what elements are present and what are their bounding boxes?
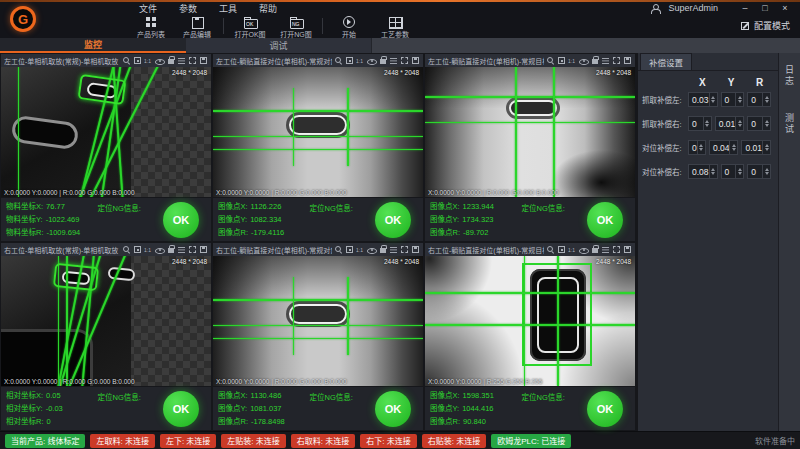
spinner-arrows-icon[interactable] (729, 141, 737, 154)
grab-right-x-spinner[interactable]: 0 (688, 116, 712, 131)
menu-file[interactable]: 文件 (128, 2, 168, 15)
align-left-y-spinner[interactable]: 0.04 (709, 140, 739, 155)
spinner-arrows-icon[interactable] (703, 117, 711, 130)
camera-image[interactable]: 2448 * 2048 X:0.0000 Y:0.0000 | R:0.000 … (425, 67, 635, 197)
tab-debug[interactable]: 调试 (186, 38, 372, 53)
eye-icon[interactable] (367, 245, 376, 254)
list-icon[interactable] (177, 56, 186, 65)
lock-icon[interactable] (166, 56, 175, 65)
actual-size-icon[interactable] (568, 245, 577, 254)
menu-params[interactable]: 参数 (168, 2, 208, 15)
eye-icon[interactable] (155, 56, 164, 65)
open-ok-images-button[interactable]: OK 打开OK图 (227, 16, 273, 39)
region-icon[interactable] (400, 56, 409, 65)
spinner-arrows-icon[interactable] (762, 117, 770, 130)
close-button[interactable]: × (776, 2, 794, 15)
search-icon[interactable] (546, 56, 555, 65)
save-image-icon[interactable] (623, 56, 632, 65)
minimize-button[interactable]: – (736, 2, 754, 15)
dock-tab-log[interactable]: 日志 (783, 65, 796, 87)
search-icon[interactable] (334, 56, 343, 65)
camera-image[interactable]: 2448 * 2048 X:0.0000 Y:0.0000 | R:0.000 … (213, 256, 423, 386)
search-icon[interactable] (334, 245, 343, 254)
eye-icon[interactable] (579, 245, 588, 254)
spinner-arrows-icon[interactable] (735, 117, 743, 130)
maximize-button[interactable]: □ (756, 2, 774, 15)
camera-image[interactable]: 2448 * 2048 X:0.0000 Y:0.0000 | R:255 G:… (425, 256, 635, 386)
camera-image[interactable]: 2448 * 2048 X:0.0000 Y:0.0000 | R:0.000 … (1, 256, 211, 386)
list-icon[interactable] (177, 245, 186, 254)
grab-left-x-spinner[interactable]: 0.03 (688, 92, 718, 107)
grab-right-y-spinner[interactable]: 0.01 (715, 116, 745, 131)
fit-window-icon[interactable] (133, 245, 142, 254)
start-button[interactable]: 开始 (326, 16, 372, 39)
ok-status-button[interactable]: OK (587, 391, 623, 427)
actual-size-icon[interactable] (144, 245, 153, 254)
spinner-arrows-icon[interactable] (709, 165, 717, 178)
ok-status-button[interactable]: OK (163, 391, 199, 427)
save-image-icon[interactable] (411, 56, 420, 65)
lock-icon[interactable] (166, 245, 175, 254)
spinner-arrows-icon[interactable] (735, 165, 743, 178)
align-right-r-spinner[interactable]: 0 (747, 164, 771, 179)
eye-icon[interactable] (155, 245, 164, 254)
grab-right-r-spinner[interactable]: 0 (747, 116, 771, 131)
menu-tools[interactable]: 工具 (208, 2, 248, 15)
grab-left-r-spinner[interactable]: 0 (747, 92, 771, 107)
list-icon[interactable] (389, 56, 398, 65)
search-icon[interactable] (546, 245, 555, 254)
grab-left-y-spinner[interactable]: 0 (721, 92, 745, 107)
list-icon[interactable] (389, 245, 398, 254)
open-ng-images-button[interactable]: NG 打开NG图 (273, 16, 319, 39)
ok-status-button[interactable]: OK (375, 391, 411, 427)
fit-window-icon[interactable] (557, 245, 566, 254)
dock-tab-test[interactable]: 测试 (783, 113, 796, 135)
list-icon[interactable] (601, 56, 610, 65)
actual-size-icon[interactable] (356, 245, 365, 254)
spinner-arrows-icon[interactable] (697, 141, 705, 154)
search-icon[interactable] (122, 56, 131, 65)
lock-icon[interactable] (590, 56, 599, 65)
tab-monitor[interactable]: 监控 (0, 38, 186, 53)
align-left-r-spinner[interactable]: 0.01 (741, 140, 771, 155)
search-icon[interactable] (122, 245, 131, 254)
align-right-x-spinner[interactable]: 0.08 (688, 164, 718, 179)
ok-status-button[interactable]: OK (375, 202, 411, 238)
spinner-arrows-icon[interactable] (735, 93, 743, 106)
config-mode-button[interactable]: 配置模式 (740, 19, 790, 32)
eye-icon[interactable] (367, 56, 376, 65)
process-params-button[interactable]: 工艺参数 (372, 16, 418, 39)
list-icon[interactable] (601, 245, 610, 254)
region-icon[interactable] (612, 56, 621, 65)
save-image-icon[interactable] (411, 245, 420, 254)
product-list-button[interactable]: 产品列表 (128, 16, 174, 39)
menu-help[interactable]: 帮助 (248, 2, 288, 15)
region-icon[interactable] (188, 245, 197, 254)
ok-status-button[interactable]: OK (587, 202, 623, 238)
actual-size-icon[interactable] (144, 56, 153, 65)
lock-icon[interactable] (378, 245, 387, 254)
spinner-arrows-icon[interactable] (762, 93, 770, 106)
save-image-icon[interactable] (199, 245, 208, 254)
camera-image[interactable]: 2448 * 2048 X:0.0000 Y:0.0000 | R:0.000 … (213, 67, 423, 197)
spinner-arrows-icon[interactable] (709, 93, 717, 106)
ok-status-button[interactable]: OK (163, 202, 199, 238)
fit-window-icon[interactable] (345, 56, 354, 65)
product-edit-button[interactable]: 产品编辑 (174, 16, 220, 39)
spinner-arrows-icon[interactable] (762, 165, 770, 178)
eye-icon[interactable] (579, 56, 588, 65)
actual-size-icon[interactable] (568, 56, 577, 65)
actual-size-icon[interactable] (356, 56, 365, 65)
fit-window-icon[interactable] (557, 56, 566, 65)
spinner-arrows-icon[interactable] (762, 141, 770, 154)
align-right-y-spinner[interactable]: 0 (721, 164, 745, 179)
align-left-x-spinner[interactable]: 0 (688, 140, 706, 155)
fit-window-icon[interactable] (133, 56, 142, 65)
fit-window-icon[interactable] (345, 245, 354, 254)
save-image-icon[interactable] (199, 56, 208, 65)
lock-icon[interactable] (378, 56, 387, 65)
camera-image[interactable]: 2448 * 2048 X:0.0000 Y:0.0000 | R:0.000 … (1, 67, 211, 197)
region-icon[interactable] (188, 56, 197, 65)
save-image-icon[interactable] (623, 245, 632, 254)
region-icon[interactable] (612, 245, 621, 254)
